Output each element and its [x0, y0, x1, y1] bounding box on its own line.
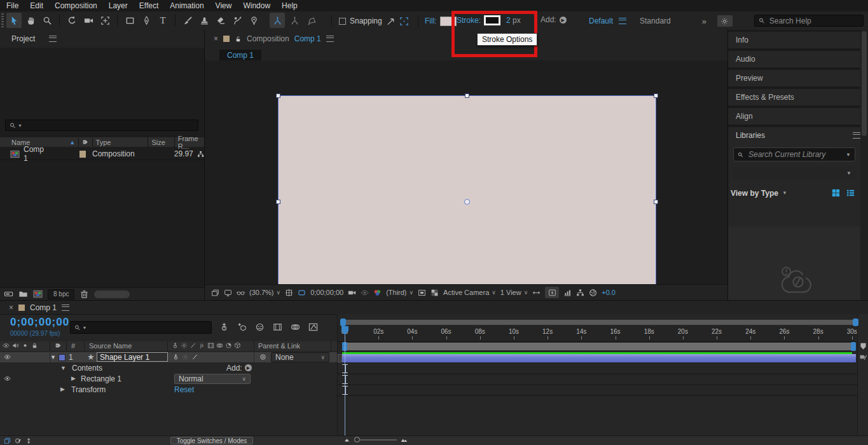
- snap-to-feature-icon[interactable]: [399, 17, 409, 26]
- toolbar-grip[interactable]: [1, 13, 4, 27]
- selection-handle[interactable]: [465, 93, 469, 98]
- workspace-overflow-chevron[interactable]: »: [702, 17, 706, 26]
- project-panel-menu-icon[interactable]: [49, 36, 57, 42]
- viewer-panel-menu-icon[interactable]: [326, 36, 334, 42]
- expand-inout-panes-icon[interactable]: [25, 437, 32, 444]
- view-layout-dropdown[interactable]: 1 View∨: [500, 289, 528, 296]
- viewer-timecode[interactable]: 0;00;00;00: [310, 289, 343, 296]
- workspace-settings-button[interactable]: [717, 15, 733, 27]
- anchor-point[interactable]: [464, 199, 470, 205]
- layer-visibility-icon[interactable]: [4, 353, 11, 360]
- right-scrollbar-track[interactable]: [860, 30, 868, 300]
- composition-canvas[interactable]: [278, 95, 656, 308]
- timeline-tab-name[interactable]: Comp 1: [30, 303, 57, 312]
- workspace-standard[interactable]: Standard: [640, 17, 671, 25]
- contents-expand-triangle[interactable]: ▼: [60, 365, 66, 371]
- effect-switch-icon[interactable]: [198, 342, 205, 349]
- collapsed-panel-header[interactable]: Audio: [728, 51, 868, 67]
- menu-item[interactable]: Edit: [30, 1, 43, 10]
- layer-name-field[interactable]: Shape Layer 1: [97, 352, 168, 362]
- library-search-chevron[interactable]: ▼: [846, 152, 851, 158]
- transform-row[interactable]: ▶ Transform Reset: [0, 385, 337, 395]
- brush-tool[interactable]: [180, 13, 195, 28]
- panel-resize-pill[interactable]: [94, 291, 130, 298]
- show-channel-icon[interactable]: [373, 289, 382, 297]
- layer-effects-switch-icon[interactable]: [182, 353, 189, 360]
- timeline-zoom-slider[interactable]: [354, 437, 397, 442]
- timeline-panel-menu-icon[interactable]: [62, 305, 69, 311]
- new-composition-icon[interactable]: [33, 289, 43, 299]
- menu-item[interactable]: Animation: [170, 1, 203, 10]
- local-axis-mode[interactable]: [270, 13, 285, 28]
- project-search-input[interactable]: [24, 120, 194, 130]
- eraser-tool[interactable]: [213, 13, 228, 28]
- work-area-bar[interactable]: [342, 343, 856, 350]
- transparency-grid-icon[interactable]: [431, 289, 439, 297]
- selection-handle[interactable]: [276, 200, 280, 204]
- hand-tool[interactable]: [23, 13, 38, 28]
- column-size[interactable]: Size: [151, 139, 165, 146]
- parent-pick-whip-icon[interactable]: [259, 353, 266, 360]
- grid-view-icon[interactable]: [831, 188, 841, 198]
- audio-column-icon[interactable]: [12, 342, 19, 349]
- camera-tool[interactable]: [81, 13, 96, 28]
- snapshot-icon[interactable]: [348, 289, 356, 297]
- type-tool[interactable]: T: [155, 13, 170, 28]
- comp-marker-button-icon[interactable]: [859, 342, 867, 350]
- menu-item[interactable]: Layer: [109, 1, 128, 10]
- selection-handle[interactable]: [654, 93, 658, 98]
- layer-collapse-switch-icon[interactable]: [172, 353, 179, 360]
- collapsed-panel-header[interactable]: Align: [728, 108, 868, 125]
- stroke-color-swatch[interactable]: [484, 15, 500, 25]
- shy-switch-icon[interactable]: [172, 342, 179, 349]
- search-options-chevron[interactable]: ▼: [18, 123, 22, 128]
- time-navigator-start-handle[interactable]: [340, 318, 346, 326]
- share-view-icon[interactable]: [532, 289, 541, 297]
- project-item-name[interactable]: Comp 1: [24, 145, 46, 163]
- frame-blend-switch-icon[interactable]: [207, 342, 214, 349]
- menu-item[interactable]: Effect: [139, 1, 158, 10]
- always-preview-icon[interactable]: [211, 289, 219, 297]
- zoom-slider-track[interactable]: [360, 439, 397, 441]
- library-select-dropdown[interactable]: ▼: [733, 167, 855, 179]
- channel-settings-icon[interactable]: [237, 289, 245, 297]
- graph-editor-icon[interactable]: [308, 322, 318, 332]
- snapping-checkbox[interactable]: [339, 18, 346, 25]
- fill-color-swatch[interactable]: [440, 17, 457, 26]
- rectangle-group-row[interactable]: ▶ Rectangle 1 Normal ∨: [0, 374, 337, 384]
- parent-dropdown[interactable]: None ∨: [271, 352, 329, 362]
- viewer-comp-tab[interactable]: Comp 1: [219, 50, 261, 60]
- timeline-button-icon[interactable]: [563, 289, 572, 297]
- roto-brush-tool[interactable]: [230, 13, 245, 28]
- time-ruler[interactable]: 0s02s04s06s08s10s12s14s16s18s20s22s24s26…: [338, 326, 857, 342]
- zoom-tool[interactable]: [39, 13, 55, 28]
- show-snapshot-icon[interactable]: [361, 289, 369, 297]
- selection-tool[interactable]: [6, 13, 22, 28]
- primary-viewer-icon[interactable]: [224, 289, 232, 297]
- delete-item-icon[interactable]: [79, 289, 89, 299]
- transform-reset-link[interactable]: Reset: [174, 385, 194, 394]
- marker-bin-icon[interactable]: [859, 353, 867, 361]
- world-axis-mode[interactable]: [287, 13, 302, 28]
- view-by-type-dropdown[interactable]: View by Type ▼: [731, 189, 787, 198]
- blend-mode-dropdown[interactable]: Normal ∨: [174, 374, 251, 384]
- lock-open-icon[interactable]: [235, 36, 242, 43]
- menu-item[interactable]: View: [216, 1, 232, 10]
- target-region-icon[interactable]: [418, 289, 426, 297]
- solo-column-icon[interactable]: [22, 342, 29, 349]
- adjustment-layer-switch-icon[interactable]: [225, 342, 232, 349]
- region-of-interest-icon[interactable]: [298, 289, 306, 297]
- layer-expand-triangle[interactable]: ▼: [50, 354, 56, 360]
- help-search-input[interactable]: [768, 16, 859, 26]
- sort-ascending-icon[interactable]: ▲: [69, 139, 75, 146]
- quality-switch-icon[interactable]: [189, 342, 196, 349]
- group-visibility-icon[interactable]: [4, 375, 11, 382]
- libraries-panel-header[interactable]: Libraries: [728, 127, 868, 144]
- stroke-width-value[interactable]: 2: [506, 16, 511, 25]
- lock-column-icon[interactable]: [31, 342, 38, 349]
- layer-in-handle[interactable]: [338, 354, 342, 362]
- layer-row-shape-layer[interactable]: ▼ 1 ★ Shape Layer 1 None ∨: [0, 352, 337, 362]
- resolution-dropdown[interactable]: (Third)∨: [386, 289, 413, 296]
- transform-expand-triangle[interactable]: ▶: [60, 386, 65, 392]
- layer-duration-bar[interactable]: [342, 354, 856, 362]
